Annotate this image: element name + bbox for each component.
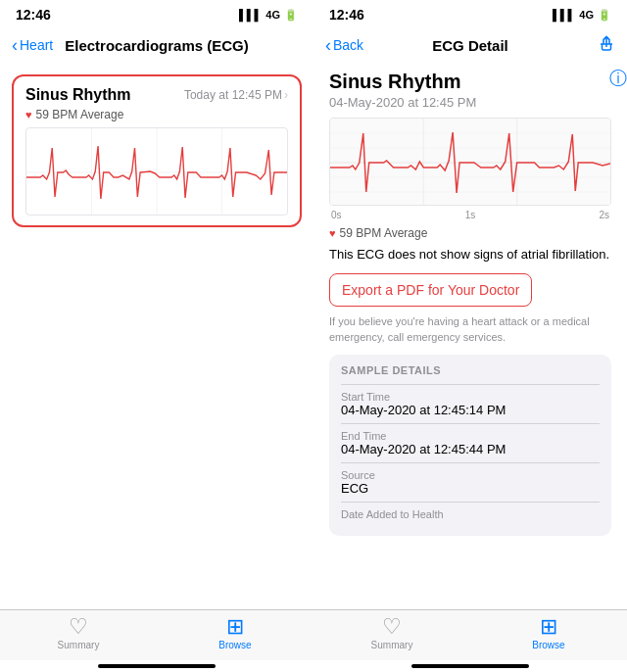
left-nav-title: Electrocardiograms (ECG) <box>65 37 249 54</box>
detail-heart-icon: ♥ <box>329 227 336 239</box>
start-time-value: 04-May-2020 at 12:45:14 PM <box>341 403 600 417</box>
detail-waveform <box>329 118 611 206</box>
left-tab-browse[interactable]: ⊞ Browse <box>157 616 314 650</box>
right-tab-summary-label: Summary <box>371 640 413 650</box>
network-type-label: 4G <box>265 9 280 21</box>
ecg-card-time: Today at 12:45 PM › <box>184 88 288 102</box>
battery-icon: 🔋 <box>284 9 298 22</box>
right-tab-browse-label: Browse <box>532 640 564 650</box>
sample-details-header: SAMPLE DETAILS <box>341 364 600 376</box>
left-chevron-icon: ‹ <box>12 36 18 54</box>
right-chevron-icon: ‹ <box>325 36 331 54</box>
end-time-label: End Time <box>341 430 600 442</box>
start-time-label: Start Time <box>341 391 600 403</box>
detail-date: 04-May-2020 at 12:45 PM <box>329 95 611 110</box>
right-tab-browse[interactable]: ⊞ Browse <box>470 616 627 650</box>
right-home-indicator <box>411 664 529 668</box>
detail-ecg-svg <box>330 119 610 206</box>
axis-1s: 1s <box>465 210 476 220</box>
right-nav-title: ECG Detail <box>432 37 508 54</box>
right-summary-heart-icon: ♡ <box>382 616 402 638</box>
ecg-bpm-label: 59 BPM Average <box>36 108 124 121</box>
date-added-label: Date Added to Health <box>341 508 600 520</box>
browse-grid-icon: ⊞ <box>226 616 244 638</box>
left-back-button[interactable]: ‹ Heart <box>12 37 53 54</box>
sample-row-source: Source ECG <box>341 462 600 502</box>
right-browse-grid-icon: ⊞ <box>540 616 557 638</box>
ecg-bpm-row: ♥ 59 BPM Average <box>25 108 288 121</box>
waveform-axis: 0s 1s 2s <box>329 210 611 220</box>
left-home-indicator <box>98 664 216 668</box>
ecg-card-header: Sinus Rhythm Today at 12:45 PM › <box>25 86 288 104</box>
right-tab-bar: ♡ Summary ⊞ Browse <box>314 609 627 660</box>
left-nav-bar: ‹ Heart Electrocardiograms (ECG) <box>0 27 314 67</box>
right-back-button[interactable]: ‹ Back <box>325 37 363 54</box>
detail-title: Sinus Rhythm <box>329 71 611 93</box>
emergency-text: If you believe you're having a heart att… <box>329 314 611 345</box>
share-button[interactable] <box>598 35 615 56</box>
right-status-bar: 12:46 ▌▌▌ 4G 🔋 <box>314 0 627 27</box>
source-label: Source <box>341 469 600 481</box>
ecg-card-title: Sinus Rhythm <box>25 86 131 104</box>
right-nav-bar: ‹ Back ECG Detail <box>314 27 627 67</box>
sample-row-end-time: End Time 04-May-2020 at 12:45:44 PM <box>341 423 600 462</box>
left-back-label: Heart <box>20 37 53 53</box>
left-tab-summary[interactable]: ♡ Summary <box>0 616 157 650</box>
card-chevron-icon: › <box>284 88 288 102</box>
detail-description: This ECG does not show signs of atrial f… <box>329 246 611 264</box>
ecg-card[interactable]: Sinus Rhythm Today at 12:45 PM › ♥ 59 BP… <box>12 74 302 227</box>
right-time: 12:46 <box>329 7 364 23</box>
ecg-list: Sinus Rhythm Today at 12:45 PM › ♥ 59 BP… <box>0 67 314 609</box>
right-tab-summary[interactable]: ♡ Summary <box>314 616 470 650</box>
ecg-detail-content: Sinus Rhythm 04-May-2020 at 12:45 PM ⓘ <box>314 67 627 609</box>
sample-details-section: SAMPLE DETAILS Start Time 04-May-2020 at… <box>329 355 611 536</box>
right-signal-icon: ▌▌▌ <box>553 9 575 21</box>
ecg-waveform <box>25 127 288 216</box>
export-pdf-button[interactable]: Export a PDF for Your Doctor <box>329 273 532 307</box>
sample-row-start-time: Start Time 04-May-2020 at 12:45:14 PM <box>341 384 600 423</box>
source-value: ECG <box>341 481 600 496</box>
left-tab-summary-label: Summary <box>58 640 100 650</box>
ecg-svg <box>26 128 287 216</box>
summary-heart-icon: ♡ <box>69 616 88 638</box>
detail-bpm-row: ♥ 59 BPM Average <box>329 226 611 240</box>
signal-bars-icon: ▌▌▌ <box>239 9 262 21</box>
left-tab-bar: ♡ Summary ⊞ Browse <box>0 609 314 660</box>
left-time: 12:46 <box>16 7 51 23</box>
axis-0s: 0s <box>331 210 342 220</box>
detail-bpm-label: 59 BPM Average <box>340 226 428 240</box>
right-battery-icon: 🔋 <box>598 9 611 22</box>
right-network-label: 4G <box>579 9 594 21</box>
info-button[interactable]: ⓘ <box>609 67 627 90</box>
right-status-icons: ▌▌▌ 4G 🔋 <box>553 9 611 22</box>
left-screen: 12:46 ▌▌▌ 4G 🔋 ‹ Heart Electrocardiogram… <box>0 0 314 672</box>
right-screen: 12:46 ▌▌▌ 4G 🔋 ‹ Back ECG Detail Sinus R… <box>314 0 627 672</box>
axis-2s: 2s <box>599 210 609 220</box>
heart-icon: ♥ <box>25 109 32 120</box>
left-status-bar: 12:46 ▌▌▌ 4G 🔋 <box>0 0 314 27</box>
left-tab-browse-label: Browse <box>218 640 251 650</box>
left-status-icons: ▌▌▌ 4G 🔋 <box>239 9 298 22</box>
right-back-label: Back <box>333 37 363 53</box>
end-time-value: 04-May-2020 at 12:45:44 PM <box>341 442 600 456</box>
share-icon <box>598 35 615 53</box>
sample-row-date-added: Date Added to Health <box>341 502 600 526</box>
